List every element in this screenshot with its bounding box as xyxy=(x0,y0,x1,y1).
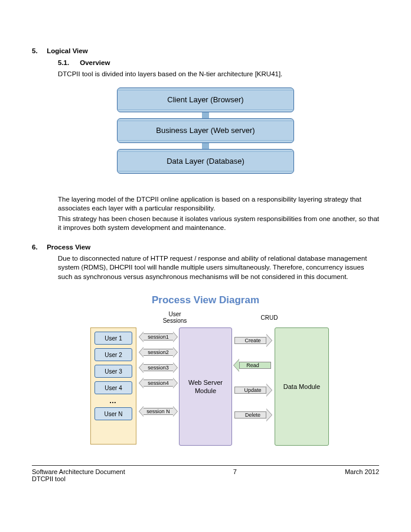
layer-data: Data Layer (Database) xyxy=(117,149,294,174)
users-container: User 1 User 2 User 3 User 4 … User N xyxy=(90,327,136,445)
user-box: User N xyxy=(94,407,132,420)
footer-tool-name: DTCPII tool xyxy=(32,475,125,482)
footer-date: March 2012 xyxy=(345,468,379,482)
crud-delete-arrow: Delete xyxy=(234,408,271,422)
intro-text: DTCPII tool is divided into layers based… xyxy=(58,70,379,79)
session-arrow: session4 xyxy=(140,377,177,389)
subsection-title: Overview xyxy=(80,59,110,66)
session-arrow: session3 xyxy=(140,362,177,374)
subsection-5-1-heading: 5.1. Overview xyxy=(58,59,379,66)
layer-connector xyxy=(202,143,209,149)
layer-client: Client Layer (Browser) xyxy=(117,87,294,112)
user-box: User 1 xyxy=(94,332,132,345)
label-crud: CRUD xyxy=(255,314,284,321)
footer-doc-title: Software Architecture Document xyxy=(32,468,125,475)
layer-diagram: Client Layer (Browser) Business Layer (W… xyxy=(117,87,294,174)
section-title: Process View xyxy=(47,244,90,251)
ellipsis: … xyxy=(94,398,132,404)
web-server-module: Web Server Module xyxy=(179,327,232,446)
session-arrow: session N xyxy=(140,406,177,417)
document-page: 5. Logical View 5.1. Overview DTCPII too… xyxy=(0,0,411,497)
para-strategy: This strategy has been chosen because it… xyxy=(58,215,379,233)
section-number: 5. xyxy=(32,47,45,54)
crud-create-arrow: Create xyxy=(234,333,271,348)
subsection-number: 5.1. xyxy=(58,59,78,66)
section-number: 6. xyxy=(32,244,45,251)
user-box: User 4 xyxy=(94,381,132,394)
layer-connector xyxy=(202,112,209,118)
user-box: User 3 xyxy=(94,365,132,378)
crud-column: Create Read Update Delete xyxy=(234,333,271,422)
process-diagram: User Sessions CRUD User 1 User 2 User 3 … xyxy=(67,311,344,453)
session-arrow: session2 xyxy=(140,346,177,358)
process-diagram-title: Process View Diagram xyxy=(32,294,379,306)
sessions-column: session1 session2 session3 session4 sess… xyxy=(140,331,177,417)
session-arrow: session1 xyxy=(140,331,177,343)
layer-business: Business Layer (Web server) xyxy=(117,118,294,143)
section-6-heading: 6. Process View xyxy=(32,244,379,251)
para-layering: The layering model of the DTCPII online … xyxy=(58,195,379,213)
footer-left: Software Architecture Document DTCPII to… xyxy=(32,468,125,482)
data-module: Data Module xyxy=(275,327,329,446)
page-footer: Software Architecture Document DTCPII to… xyxy=(32,465,379,482)
para-process: Due to disconnected nature of HTTP reque… xyxy=(58,254,379,282)
footer-page-number: 7 xyxy=(233,468,237,482)
section-5-heading: 5. Logical View xyxy=(32,47,379,54)
crud-update-arrow: Update xyxy=(234,383,271,397)
section-title: Logical View xyxy=(47,47,87,54)
user-box: User 2 xyxy=(94,348,132,361)
label-user-sessions: User Sessions xyxy=(160,311,190,324)
crud-read-arrow: Read xyxy=(234,358,271,372)
